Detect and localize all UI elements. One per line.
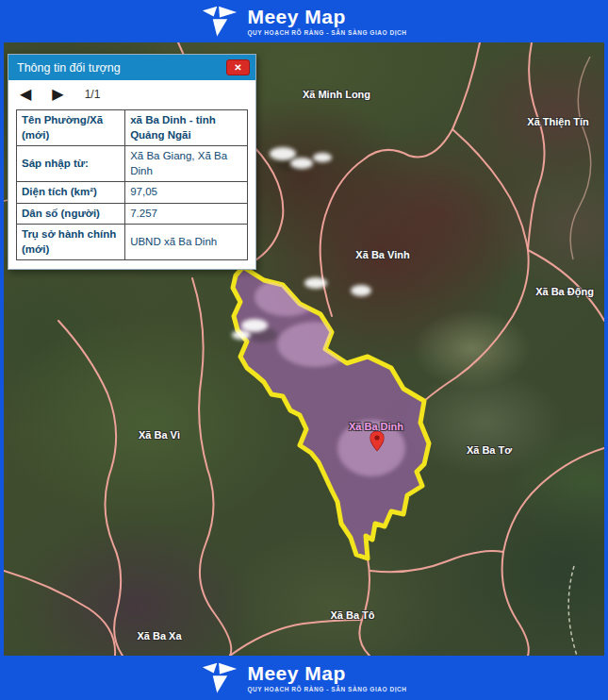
map-label-ba-to-south: Xã Ba Tô bbox=[330, 609, 374, 621]
map-canvas[interactable]: Xã Minh Long Xã Thiện Tín Xã Sơn Kỳ Xã B… bbox=[4, 42, 604, 656]
info-panel: Thông tin đối tượng ✕ ◀ ▶ 1/1 Tên Phường… bbox=[8, 54, 256, 270]
map-label-minh-long: Xã Minh Long bbox=[303, 89, 370, 100]
map-label-ba-vi: Xã Ba Vì bbox=[139, 429, 180, 441]
info-panel-title: Thông tin đối tượng bbox=[17, 61, 121, 75]
brand-text: Meey Map QUY HOẠCH RÕ RÀNG - SẴN SÀNG GI… bbox=[247, 663, 406, 692]
meey-map-logo-icon bbox=[201, 6, 238, 38]
attribute-label: Diện tích (km²) bbox=[17, 182, 125, 204]
brand-logo-footer[interactable]: Meey Map QUY HOẠCH RÕ RÀNG - SẴN SÀNG GI… bbox=[201, 662, 406, 694]
attribute-value: Xã Ba Giang, Xã Ba Dinh bbox=[125, 146, 248, 182]
attribute-label: Sáp nhập từ: bbox=[17, 146, 125, 182]
info-panel-title-bar[interactable]: Thông tin đối tượng ✕ bbox=[8, 55, 255, 80]
pager-count: 1/1 bbox=[85, 88, 101, 101]
brand-name: Meey Map bbox=[247, 7, 406, 27]
attribute-value: 7.257 bbox=[125, 203, 248, 225]
brand-tagline: QUY HOẠCH RÕ RÀNG - SẴN SÀNG GIAO DỊCH bbox=[247, 686, 406, 692]
attribute-label: Trụ sở hành chính (mới) bbox=[17, 225, 125, 260]
next-page-button[interactable]: ▶ bbox=[52, 86, 63, 103]
close-icon[interactable]: ✕ bbox=[226, 59, 250, 75]
header-bar: Meey Map QUY HOẠCH RÕ RÀNG - SẴN SÀNG GI… bbox=[0, 0, 608, 42]
table-row: Trụ sở hành chính (mới) UBND xã Ba Dinh bbox=[17, 225, 248, 260]
table-row: Sáp nhập từ: Xã Ba Giang, Xã Ba Dinh bbox=[17, 146, 248, 182]
brand-name: Meey Map bbox=[247, 663, 406, 684]
attribute-value: UBND xã Ba Dinh bbox=[125, 225, 248, 260]
brand-logo-header[interactable]: Meey Map QUY HOẠCH RÕ RÀNG - SẴN SÀNG GI… bbox=[201, 6, 406, 38]
map-marker-pin[interactable] bbox=[370, 431, 385, 455]
attribute-label: Tên Phường/Xã (mới) bbox=[17, 110, 125, 146]
map-label-thien-tin: Xã Thiện Tín bbox=[527, 116, 588, 127]
meey-map-page: Meey Map QUY HOẠCH RÕ RÀNG - SẴN SÀNG GI… bbox=[0, 0, 608, 700]
footer-bar: Meey Map QUY HOẠCH RÕ RÀNG - SẴN SÀNG GI… bbox=[0, 656, 608, 700]
map-label-ba-dong: Xã Ba Động bbox=[535, 286, 594, 297]
map-label-ba-xa: Xã Ba Xa bbox=[137, 630, 181, 642]
brand-tagline: QUY HOẠCH RÕ RÀNG - SẴN SÀNG GIAO DỊCH bbox=[247, 29, 406, 36]
attribute-label: Dân số (người) bbox=[17, 203, 125, 225]
table-row: Tên Phường/Xã (mới) xã Ba Dinh - tỉnh Qu… bbox=[17, 110, 248, 146]
feature-attributes-table: Tên Phường/Xã (mới) xã Ba Dinh - tỉnh Qu… bbox=[16, 109, 248, 260]
meey-map-logo-icon bbox=[201, 662, 238, 694]
prev-page-button[interactable]: ◀ bbox=[20, 86, 31, 103]
attribute-value: xã Ba Dinh - tỉnh Quảng Ngãi bbox=[125, 110, 248, 146]
table-row: Dân số (người) 7.257 bbox=[17, 203, 248, 225]
pager-row: ◀ ▶ 1/1 bbox=[8, 80, 255, 108]
map-label-ba-vinh: Xã Ba Vinh bbox=[355, 249, 409, 260]
map-label-ba-to-east: Xã Ba Tơ bbox=[467, 444, 512, 456]
attribute-value: 97,05 bbox=[125, 182, 248, 204]
table-row: Diện tích (km²) 97,05 bbox=[17, 182, 248, 204]
brand-text: Meey Map QUY HOẠCH RÕ RÀNG - SẴN SÀNG GI… bbox=[247, 7, 406, 36]
